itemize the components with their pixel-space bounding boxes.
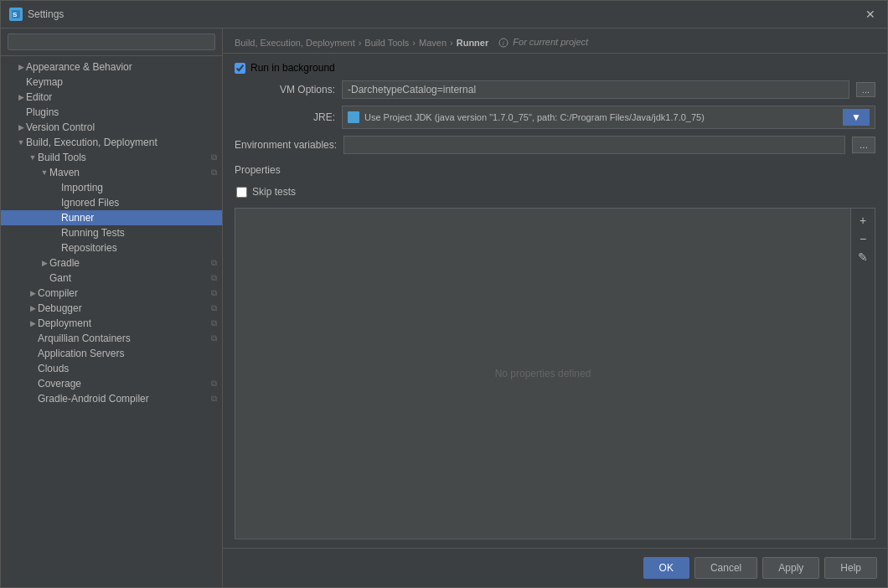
vm-options-browse-button[interactable]: ... xyxy=(856,82,875,97)
skip-tests-checkbox[interactable] xyxy=(236,187,247,198)
properties-panel: No properties defined xyxy=(235,208,851,539)
sidebar-item-appearance[interactable]: Appearance & Behavior xyxy=(1,59,222,75)
apply-button[interactable]: Apply xyxy=(762,557,819,579)
ok-button[interactable]: OK xyxy=(643,557,689,579)
cancel-button[interactable]: Cancel xyxy=(694,557,757,579)
sidebar-item-label: Gant xyxy=(49,272,71,284)
bottom-bar: OK Cancel Apply Help xyxy=(223,548,887,587)
sidebar-item-label: Repositories xyxy=(61,242,117,254)
sidebar-item-debugger[interactable]: Debugger ⧉ xyxy=(1,301,222,316)
leaf-spacer xyxy=(51,243,61,253)
sidebar-item-build-execution[interactable]: Build, Execution, Deployment xyxy=(1,135,222,150)
sidebar-item-plugins[interactable]: Plugins xyxy=(1,105,222,120)
sidebar-item-label: Clouds xyxy=(38,363,69,374)
collapse-arrow xyxy=(28,288,38,298)
run-in-background-row: Run in background xyxy=(235,62,875,74)
sidebar-item-label: Runner xyxy=(61,212,94,224)
settings-window: S Settings ✕ Appearance & Behavior xyxy=(0,0,888,588)
jre-label: JRE: xyxy=(235,111,335,123)
leaf-spacer xyxy=(28,379,38,389)
vm-options-row: VM Options: ... xyxy=(235,80,875,99)
copy-icon: ⧉ xyxy=(211,258,217,268)
copy-icon: ⧉ xyxy=(211,303,217,313)
breadcrumb-note: i For current project xyxy=(498,37,588,48)
leaf-spacer xyxy=(39,273,49,283)
skip-tests-label: Skip tests xyxy=(252,186,296,198)
sidebar-item-gant[interactable]: Gant ⧉ xyxy=(1,271,222,286)
sidebar-item-running-tests[interactable]: Running Tests xyxy=(1,225,222,240)
vm-options-input[interactable] xyxy=(342,80,849,99)
sidebar-item-clouds[interactable]: Clouds xyxy=(1,361,222,376)
remove-property-button[interactable]: − xyxy=(854,230,871,247)
leaf-spacer xyxy=(51,213,61,223)
sidebar-item-repositories[interactable]: Repositories xyxy=(1,240,222,255)
copy-icon: ⧉ xyxy=(211,152,217,162)
copy-icon: ⧉ xyxy=(211,333,217,343)
leaf-spacer xyxy=(28,364,38,374)
env-vars-browse-button[interactable]: ... xyxy=(852,137,875,153)
breadcrumb-maven: Maven xyxy=(419,38,447,48)
breadcrumb-runner: Runner xyxy=(457,38,489,48)
sidebar-item-ignored-files[interactable]: Ignored Files xyxy=(1,195,222,210)
breadcrumb-build-tools: Build Tools xyxy=(364,38,409,48)
sidebar-item-app-servers[interactable]: Application Servers xyxy=(1,346,222,361)
sidebar-item-label: Plugins xyxy=(26,106,59,118)
breadcrumb: Build, Execution, Deployment › Build Too… xyxy=(223,28,887,54)
title-bar: S Settings ✕ xyxy=(1,1,887,28)
sidebar-item-deployment[interactable]: Deployment ⧉ xyxy=(1,316,222,331)
copy-icon: ⧉ xyxy=(211,394,217,404)
help-button[interactable]: Help xyxy=(824,557,877,579)
sidebar-item-label: Gradle xyxy=(49,257,80,269)
expand-arrow xyxy=(28,152,38,162)
sidebar-item-coverage[interactable]: Coverage ⧉ xyxy=(1,376,222,391)
sidebar-item-gradle[interactable]: Gradle ⧉ xyxy=(1,255,222,271)
breadcrumb-sep3: › xyxy=(450,38,453,48)
search-box xyxy=(1,28,222,56)
sidebar-item-compiler[interactable]: Compiler ⧉ xyxy=(1,286,222,301)
collapse-arrow xyxy=(16,62,26,72)
sidebar-item-version-control[interactable]: Version Control xyxy=(1,120,222,135)
copy-icon: ⧉ xyxy=(211,379,217,389)
jre-value: Use Project JDK (java version "1.7.0_75"… xyxy=(364,112,838,122)
main-content: Appearance & Behavior Keymap Editor Plug… xyxy=(1,28,887,587)
sidebar-item-label: Keymap xyxy=(26,76,63,88)
sidebar-item-label: Build, Execution, Deployment xyxy=(26,137,157,148)
sidebar-item-label: Version Control xyxy=(26,121,95,133)
leaf-spacer xyxy=(51,228,61,238)
run-in-background-checkbox[interactable] xyxy=(235,63,245,74)
sidebar-item-arquillian[interactable]: Arquillian Containers ⧉ xyxy=(1,331,222,346)
jre-dropdown-button[interactable]: ▼ xyxy=(843,109,870,126)
svg-text:i: i xyxy=(503,40,504,46)
sidebar-item-build-tools[interactable]: Build Tools ⧉ xyxy=(1,150,222,165)
properties-toolbar: + − ✎ xyxy=(851,208,875,539)
env-vars-input[interactable] xyxy=(343,136,845,154)
collapse-arrow xyxy=(28,318,38,328)
sidebar-item-keymap[interactable]: Keymap xyxy=(1,75,222,90)
copy-icon: ⧉ xyxy=(211,318,217,328)
sidebar-item-label: Application Servers xyxy=(38,348,124,359)
sidebar-item-editor[interactable]: Editor xyxy=(1,90,222,105)
jre-select[interactable]: Use Project JDK (java version "1.7.0_75"… xyxy=(342,106,875,129)
breadcrumb-build: Build, Execution, Deployment xyxy=(235,38,355,48)
search-input[interactable] xyxy=(8,34,215,50)
sidebar-item-maven[interactable]: Maven ⧉ xyxy=(1,165,222,180)
no-properties-text: No properties defined xyxy=(495,368,591,379)
sidebar-item-label: Maven xyxy=(49,167,80,178)
run-in-background-label: Run in background xyxy=(250,62,335,74)
settings-tree: Appearance & Behavior Keymap Editor Plug… xyxy=(1,56,222,587)
app-icon: S xyxy=(9,8,23,21)
collapse-arrow xyxy=(16,92,26,102)
sidebar-item-label: Ignored Files xyxy=(61,197,119,209)
sidebar-item-gradle-android[interactable]: Gradle-Android Compiler ⧉ xyxy=(1,391,222,406)
edit-property-button[interactable]: ✎ xyxy=(854,249,871,266)
env-vars-label: Environment variables: xyxy=(235,139,337,151)
close-button[interactable]: ✕ xyxy=(862,6,879,23)
sidebar-item-label: Coverage xyxy=(38,378,81,389)
breadcrumb-sep2: › xyxy=(412,38,416,48)
sidebar-item-runner[interactable]: Runner xyxy=(1,210,222,225)
copy-icon: ⧉ xyxy=(211,168,217,178)
sidebar-item-importing[interactable]: Importing xyxy=(1,180,222,195)
skip-tests-row: Skip tests xyxy=(235,183,875,201)
copy-icon: ⧉ xyxy=(211,273,217,283)
add-property-button[interactable]: + xyxy=(854,212,871,229)
